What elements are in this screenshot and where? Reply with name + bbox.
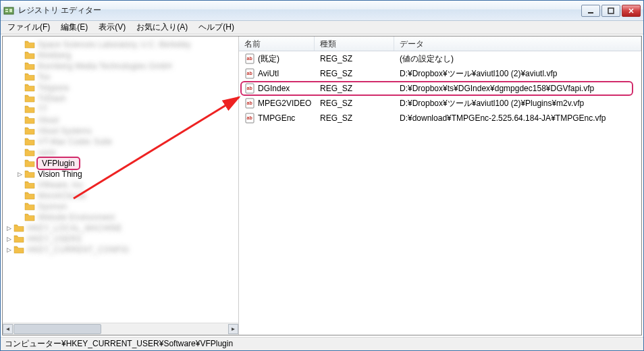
folder-icon (24, 137, 35, 146)
tree-item[interactable]: Space Sciences Laboratory, U.C. Berkeley (3, 39, 238, 50)
tree-item[interactable]: ▷HKEY_USERS (3, 234, 238, 244)
tree-item-label: HKEY_USERS (26, 234, 83, 244)
tree-item[interactable]: ▷HKEY_CURRENT_CONFIG (3, 244, 238, 255)
content-area: Space Sciences Laboratory, U.C. Berkeley… (2, 36, 642, 335)
tree-item[interactable]: Totypora (3, 82, 238, 93)
svg-rect-1 (5, 9, 8, 10)
tree-item-label: Vision Thing (36, 169, 84, 179)
value-row[interactable]: abTMPGEncREG_SZD:¥download¥TMPGEnc-2.525… (239, 111, 641, 126)
value-row[interactable]: abDGIndexREG_SZD:¥Dropbox¥ts¥DGIndex¥dgm… (239, 81, 641, 96)
string-value-icon: ab (244, 83, 255, 94)
window-title: レジストリ エディター (18, 5, 581, 16)
tree-item-label: thinkberg (36, 51, 72, 60)
folder-icon (14, 234, 24, 244)
close-button[interactable] (622, 5, 641, 17)
titlebar[interactable]: レジストリ エディター (1, 1, 643, 21)
tree-item[interactable]: TriDash (3, 93, 238, 104)
value-data: D:¥download¥TMPGEnc-2.525.64.184-JA¥TMPG… (394, 113, 641, 123)
folder-icon (24, 115, 35, 125)
folder-icon (24, 83, 35, 92)
minimize-button[interactable] (581, 5, 600, 17)
column-header-type[interactable]: 種類 (315, 36, 394, 51)
value-type: REG_SZ (315, 99, 394, 108)
string-value-icon: ab (244, 53, 255, 64)
column-header-name[interactable]: 名前 (239, 36, 315, 51)
expand-toggle-icon[interactable]: ▷ (5, 225, 12, 232)
string-value-icon: ab (244, 98, 255, 109)
list-header: 名前 種類 データ (239, 36, 641, 51)
tree-pane[interactable]: Space Sciences Laboratory, U.C. Berkeley… (3, 36, 239, 335)
tree-item[interactable]: thornberg Media Technologies GmbH (3, 61, 238, 72)
tree-item-label: Vbool (36, 115, 60, 125)
scroll-right-arrow-icon[interactable]: ► (228, 324, 238, 334)
value-type: REG_SZ (315, 84, 394, 93)
tree-item[interactable]: VMware, Inc. (3, 180, 238, 190)
folder-icon (24, 169, 35, 179)
value-name: TMPGEnc (258, 113, 295, 123)
tree-body[interactable]: Space Sciences Laboratory, U.C. Berkeley… (3, 36, 238, 323)
menu-edit[interactable]: 編集(E) (55, 21, 93, 34)
folder-icon (24, 148, 35, 157)
tree-item-label: VMware, Inc. (36, 180, 86, 190)
tree-item[interactable]: Vbool (3, 115, 238, 126)
value-row[interactable]: ab(既定)REG_SZ(値の設定なし) (239, 51, 641, 66)
column-header-data[interactable]: データ (394, 36, 641, 51)
list-body[interactable]: ab(既定)REG_SZ(値の設定なし)abAviUtlREG_SZD:¥Dro… (239, 51, 641, 335)
expand-toggle-icon[interactable]: ▷ (5, 246, 12, 253)
expand-toggle-icon[interactable]: ▷ (5, 236, 12, 242)
tree-item-label: VT-Max Codec Suite (36, 137, 113, 146)
menu-favorites[interactable]: お気に入り(A) (131, 21, 193, 34)
svg-rect-2 (5, 11, 8, 12)
scroll-left-arrow-icon[interactable]: ◄ (3, 324, 13, 334)
tree-item[interactable]: ▷HKEY_LOCAL_MACHINE (3, 223, 238, 234)
folder-icon (24, 191, 35, 200)
app-icon (3, 5, 14, 16)
menu-file[interactable]: ファイル(F) (2, 21, 55, 34)
menu-help[interactable]: ヘルプ(H) (193, 21, 240, 34)
tree-item[interactable]: WorshClouds (3, 190, 238, 201)
registry-editor-window: レジストリ エディター ファイル(F) 編集(E) 表示(V) お気に入り(A)… (0, 0, 644, 351)
value-type: REG_SZ (315, 54, 394, 63)
value-data: (値の設定なし) (394, 53, 641, 65)
window-controls (581, 5, 641, 17)
svg-rect-5 (608, 8, 614, 14)
string-value-icon: ab (244, 68, 255, 79)
svg-rect-3 (9, 9, 12, 12)
tree-item-label: HKEY_LOCAL_MACHINE (26, 223, 124, 233)
tree-item[interactable]: Sysmon (3, 201, 238, 212)
values-list-pane[interactable]: 名前 種類 データ ab(既定)REG_SZ(値の設定なし)abAviUtlRE… (239, 36, 641, 335)
folder-icon (24, 72, 35, 82)
tree-item[interactable]: Tox (3, 72, 238, 82)
folder-icon (14, 223, 24, 233)
tree-item[interactable]: thinkberg (3, 50, 238, 61)
tree-item-selected[interactable]: VFPlugin (3, 158, 238, 169)
tree-horizontal-scrollbar[interactable]: ◄ ► (3, 323, 238, 335)
maximize-button[interactable] (601, 5, 620, 17)
tree-item-label: VFPlugin (36, 157, 80, 170)
menu-view[interactable]: 表示(V) (93, 21, 131, 34)
tree-item-label: TT (36, 105, 49, 114)
tree-item[interactable]: Vbool Systems (3, 126, 238, 136)
statusbar-path: コンピューター¥HKEY_CURRENT_USER¥Software¥VFPlu… (5, 338, 233, 350)
tree-item-label: HKEY_CURRENT_CONFIG (26, 245, 130, 254)
value-data: D:¥Dropbox¥ts¥DGIndex¥dgmpgdec158¥DGVfap… (394, 84, 641, 93)
value-name: AviUtl (258, 69, 279, 78)
tree-item[interactable]: TT (3, 104, 238, 115)
tree-item[interactable]: Website Environment (3, 212, 238, 223)
folder-icon (14, 245, 24, 254)
value-name: MPEG2VIDEO (258, 99, 311, 108)
value-row[interactable]: abMPEG2VIDEOREG_SZD:¥Dropbox¥ツール¥aviutl1… (239, 96, 641, 111)
scroll-thumb[interactable] (14, 324, 101, 334)
value-data: D:¥Dropbox¥ツール¥aviutl100 (2)¥Plugins¥m2v… (394, 98, 641, 109)
tree-item-label: Totypora (36, 83, 70, 92)
tree-item[interactable]: VT-Max Codec Suite (3, 136, 238, 147)
folder-icon (24, 94, 35, 103)
svg-text:ab: ab (247, 71, 252, 76)
value-row[interactable]: abAviUtlREG_SZD:¥Dropbox¥ツール¥aviutl100 (… (239, 66, 641, 81)
svg-text:ab: ab (247, 86, 252, 90)
svg-text:ab: ab (247, 56, 252, 61)
tree-item-label: Tox (36, 72, 52, 82)
tree-item-label: Vbool Systems (36, 126, 93, 136)
expand-toggle-icon[interactable]: ▷ (16, 171, 23, 178)
tree-item[interactable]: ▷Vision Thing (3, 169, 238, 180)
